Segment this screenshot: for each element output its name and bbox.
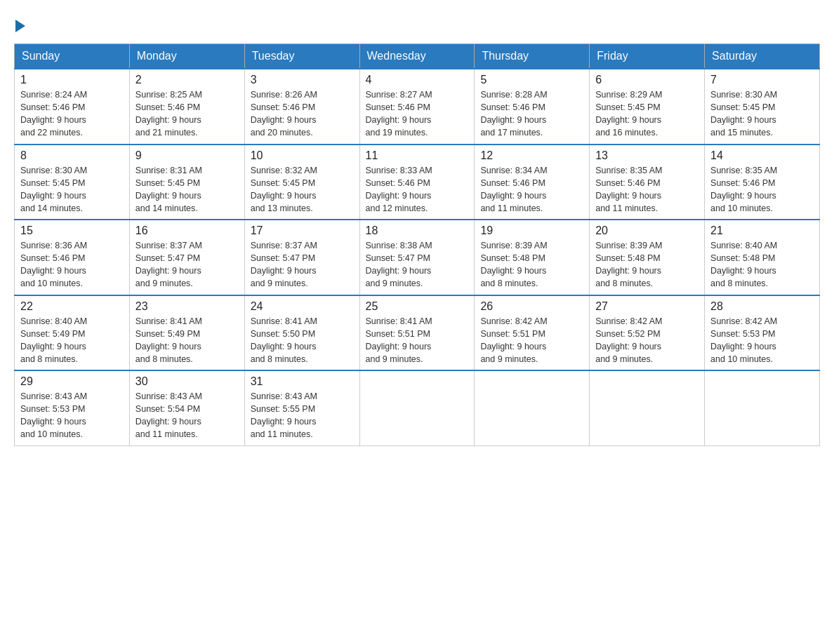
day-info: Sunrise: 8:32 AMSunset: 5:45 PMDaylight:…: [251, 164, 354, 215]
calendar-cell: 31Sunrise: 8:43 AMSunset: 5:55 PMDayligh…: [244, 370, 359, 445]
day-info: Sunrise: 8:30 AMSunset: 5:45 PMDaylight:…: [710, 88, 814, 140]
calendar-cell: 8Sunrise: 8:30 AMSunset: 5:45 PMDaylight…: [15, 145, 130, 220]
day-number: 11: [366, 149, 469, 162]
calendar-cell: 23Sunrise: 8:41 AMSunset: 5:49 PMDayligh…: [129, 295, 244, 371]
week-row-3: 15Sunrise: 8:36 AMSunset: 5:46 PMDayligh…: [15, 220, 820, 295]
day-info: Sunrise: 8:30 AMSunset: 5:45 PMDaylight:…: [20, 164, 124, 215]
day-number: 6: [595, 74, 699, 86]
day-number: 21: [710, 224, 814, 237]
day-info: Sunrise: 8:35 AMSunset: 5:46 PMDaylight:…: [710, 164, 814, 215]
day-number: 12: [480, 149, 583, 162]
weekday-header-thursday: Thursday: [475, 44, 590, 69]
logo: [14, 20, 27, 32]
day-info: Sunrise: 8:35 AMSunset: 5:46 PMDaylight:…: [595, 164, 699, 215]
day-number: 13: [595, 149, 699, 162]
day-info: Sunrise: 8:42 AMSunset: 5:51 PMDaylight:…: [480, 315, 583, 366]
weekday-header-saturday: Saturday: [705, 44, 820, 69]
day-number: 15: [20, 224, 124, 237]
day-info: Sunrise: 8:41 AMSunset: 5:50 PMDaylight:…: [251, 315, 354, 366]
calendar-cell: 19Sunrise: 8:39 AMSunset: 5:48 PMDayligh…: [475, 220, 590, 295]
calendar-cell: 27Sunrise: 8:42 AMSunset: 5:52 PMDayligh…: [590, 295, 705, 371]
calendar-cell: 9Sunrise: 8:31 AMSunset: 5:45 PMDaylight…: [129, 145, 244, 220]
weekday-header-row: SundayMondayTuesdayWednesdayThursdayFrid…: [15, 44, 820, 69]
weekday-header-tuesday: Tuesday: [244, 44, 359, 69]
calendar-cell: 26Sunrise: 8:42 AMSunset: 5:51 PMDayligh…: [475, 295, 590, 371]
calendar-cell: 4Sunrise: 8:27 AMSunset: 5:46 PMDaylight…: [359, 69, 475, 145]
week-row-4: 22Sunrise: 8:40 AMSunset: 5:49 PMDayligh…: [15, 295, 820, 371]
day-info: Sunrise: 8:39 AMSunset: 5:48 PMDaylight:…: [480, 239, 583, 290]
calendar-cell: [359, 370, 475, 445]
day-info: Sunrise: 8:42 AMSunset: 5:53 PMDaylight:…: [710, 315, 814, 366]
day-info: Sunrise: 8:43 AMSunset: 5:54 PMDaylight:…: [135, 390, 239, 441]
weekday-header-wednesday: Wednesday: [359, 44, 475, 69]
calendar-cell: 21Sunrise: 8:40 AMSunset: 5:48 PMDayligh…: [705, 220, 820, 295]
day-number: 14: [710, 149, 814, 162]
day-info: Sunrise: 8:43 AMSunset: 5:53 PMDaylight:…: [20, 390, 124, 441]
day-info: Sunrise: 8:36 AMSunset: 5:46 PMDaylight:…: [20, 239, 124, 290]
day-number: 25: [366, 300, 469, 313]
day-info: Sunrise: 8:28 AMSunset: 5:46 PMDaylight:…: [480, 88, 583, 140]
calendar-cell: 22Sunrise: 8:40 AMSunset: 5:49 PMDayligh…: [15, 295, 130, 371]
day-number: 5: [480, 74, 583, 86]
calendar-cell: 25Sunrise: 8:41 AMSunset: 5:51 PMDayligh…: [359, 295, 475, 371]
calendar-cell: 12Sunrise: 8:34 AMSunset: 5:46 PMDayligh…: [475, 145, 590, 220]
calendar-cell: 20Sunrise: 8:39 AMSunset: 5:48 PMDayligh…: [590, 220, 705, 295]
day-info: Sunrise: 8:29 AMSunset: 5:45 PMDaylight:…: [595, 88, 699, 140]
day-number: 10: [251, 149, 354, 162]
calendar-cell: 5Sunrise: 8:28 AMSunset: 5:46 PMDaylight…: [475, 69, 590, 145]
day-number: 7: [710, 74, 814, 86]
day-number: 16: [135, 224, 239, 237]
day-info: Sunrise: 8:31 AMSunset: 5:45 PMDaylight:…: [135, 164, 239, 215]
day-number: 4: [366, 74, 469, 86]
calendar-cell: 1Sunrise: 8:24 AMSunset: 5:46 PMDaylight…: [15, 69, 130, 145]
logo-triangle-icon: [15, 20, 25, 32]
day-info: Sunrise: 8:25 AMSunset: 5:46 PMDaylight:…: [135, 88, 239, 140]
day-number: 27: [595, 300, 699, 313]
page-header: [14, 14, 820, 32]
day-number: 20: [595, 224, 699, 237]
calendar-cell: 15Sunrise: 8:36 AMSunset: 5:46 PMDayligh…: [15, 220, 130, 295]
week-row-5: 29Sunrise: 8:43 AMSunset: 5:53 PMDayligh…: [15, 370, 820, 445]
day-info: Sunrise: 8:39 AMSunset: 5:48 PMDaylight:…: [595, 239, 699, 290]
week-row-1: 1Sunrise: 8:24 AMSunset: 5:46 PMDaylight…: [15, 69, 820, 145]
calendar-cell: 3Sunrise: 8:26 AMSunset: 5:46 PMDaylight…: [244, 69, 359, 145]
day-info: Sunrise: 8:40 AMSunset: 5:49 PMDaylight:…: [20, 315, 124, 366]
day-number: 23: [135, 300, 239, 313]
calendar-cell: 16Sunrise: 8:37 AMSunset: 5:47 PMDayligh…: [129, 220, 244, 295]
day-info: Sunrise: 8:41 AMSunset: 5:51 PMDaylight:…: [366, 315, 469, 366]
day-number: 24: [251, 300, 354, 313]
day-number: 18: [366, 224, 469, 237]
day-info: Sunrise: 8:33 AMSunset: 5:46 PMDaylight:…: [366, 164, 469, 215]
calendar-cell: 7Sunrise: 8:30 AMSunset: 5:45 PMDaylight…: [705, 69, 820, 145]
day-info: Sunrise: 8:37 AMSunset: 5:47 PMDaylight:…: [251, 239, 354, 290]
day-info: Sunrise: 8:38 AMSunset: 5:47 PMDaylight:…: [366, 239, 469, 290]
calendar-cell: 18Sunrise: 8:38 AMSunset: 5:47 PMDayligh…: [359, 220, 475, 295]
weekday-header-sunday: Sunday: [15, 44, 130, 69]
weekday-header-monday: Monday: [129, 44, 244, 69]
day-number: 26: [480, 300, 583, 313]
calendar-cell: 17Sunrise: 8:37 AMSunset: 5:47 PMDayligh…: [244, 220, 359, 295]
calendar-cell: 14Sunrise: 8:35 AMSunset: 5:46 PMDayligh…: [705, 145, 820, 220]
day-number: 1: [20, 74, 124, 86]
day-info: Sunrise: 8:27 AMSunset: 5:46 PMDaylight:…: [366, 88, 469, 140]
calendar-cell: 13Sunrise: 8:35 AMSunset: 5:46 PMDayligh…: [590, 145, 705, 220]
calendar-cell: 28Sunrise: 8:42 AMSunset: 5:53 PMDayligh…: [705, 295, 820, 371]
calendar-cell: 2Sunrise: 8:25 AMSunset: 5:46 PMDaylight…: [129, 69, 244, 145]
day-info: Sunrise: 8:24 AMSunset: 5:46 PMDaylight:…: [20, 88, 124, 140]
day-info: Sunrise: 8:26 AMSunset: 5:46 PMDaylight:…: [251, 88, 354, 140]
weekday-header-friday: Friday: [590, 44, 705, 69]
calendar-cell: 30Sunrise: 8:43 AMSunset: 5:54 PMDayligh…: [129, 370, 244, 445]
calendar-cell: 29Sunrise: 8:43 AMSunset: 5:53 PMDayligh…: [15, 370, 130, 445]
day-info: Sunrise: 8:34 AMSunset: 5:46 PMDaylight:…: [480, 164, 583, 215]
calendar-cell: [590, 370, 705, 445]
calendar-cell: 10Sunrise: 8:32 AMSunset: 5:45 PMDayligh…: [244, 145, 359, 220]
day-info: Sunrise: 8:41 AMSunset: 5:49 PMDaylight:…: [135, 315, 239, 366]
day-number: 8: [20, 149, 124, 162]
day-info: Sunrise: 8:42 AMSunset: 5:52 PMDaylight:…: [595, 315, 699, 366]
calendar-cell: [705, 370, 820, 445]
day-number: 29: [20, 375, 124, 388]
day-info: Sunrise: 8:37 AMSunset: 5:47 PMDaylight:…: [135, 239, 239, 290]
calendar-cell: 6Sunrise: 8:29 AMSunset: 5:45 PMDaylight…: [590, 69, 705, 145]
week-row-2: 8Sunrise: 8:30 AMSunset: 5:45 PMDaylight…: [15, 145, 820, 220]
day-number: 17: [251, 224, 354, 237]
